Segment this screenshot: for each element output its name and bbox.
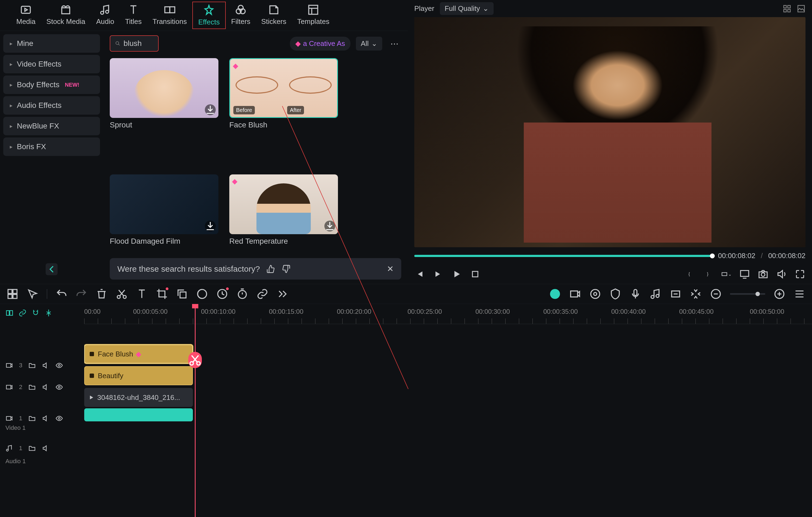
tab-templates[interactable]: Templates <box>292 2 335 29</box>
clip-waveform[interactable] <box>84 408 193 421</box>
ratio-button[interactable]: ⌄ <box>721 269 732 280</box>
copy-button[interactable] <box>176 288 188 300</box>
layout-button[interactable] <box>6 288 19 300</box>
creative-assets-pill[interactable]: ◆a Creative As <box>290 37 350 51</box>
mark-in-button[interactable]: { <box>684 269 695 280</box>
thumb-red-temp[interactable]: ◆ <box>229 174 338 234</box>
track-head-2: 2 <box>0 376 84 398</box>
thumbs-up-icon[interactable] <box>266 265 275 273</box>
grid-icon[interactable] <box>783 4 791 13</box>
preview-viewport[interactable] <box>414 17 806 247</box>
mark-out-button[interactable]: } <box>702 269 713 280</box>
auto-cut-icon[interactable] <box>45 309 53 317</box>
record-button[interactable] <box>569 288 581 300</box>
detect-button[interactable] <box>589 288 601 300</box>
sidebar-newblue[interactable]: ▸NewBlue FX <box>3 117 100 135</box>
marker-button[interactable] <box>609 288 621 300</box>
tab-media[interactable]: Media <box>11 2 41 29</box>
clip-face-blush[interactable]: Face Blush ◆ <box>84 344 193 364</box>
voiceover-button[interactable] <box>630 288 641 300</box>
search-field[interactable] <box>124 39 153 48</box>
crop-button[interactable] <box>156 288 168 300</box>
folder-icon[interactable] <box>28 362 36 369</box>
tab-stock[interactable]: Stock Media <box>41 2 91 29</box>
adjust-button[interactable] <box>670 288 682 300</box>
redo-button[interactable] <box>76 288 87 300</box>
thumb-flood[interactable] <box>110 174 219 234</box>
text-button[interactable] <box>136 288 148 300</box>
playhead[interactable] <box>195 304 196 517</box>
tab-audio[interactable]: Audio <box>91 2 120 29</box>
display-button[interactable] <box>739 269 750 280</box>
tab-effects[interactable]: Effects <box>192 2 226 29</box>
mute-icon[interactable] <box>42 362 50 369</box>
sidebar-video-effects[interactable]: ▸Video Effects <box>3 55 100 74</box>
group-icon[interactable] <box>5 309 13 317</box>
timer-button[interactable] <box>236 288 248 300</box>
link-button[interactable] <box>257 288 268 300</box>
mute-icon[interactable] <box>42 444 50 452</box>
view-options-button[interactable] <box>793 288 806 300</box>
progress-handle[interactable] <box>710 254 715 258</box>
timeline-main[interactable]: 00:00 00:00:05:00 00:00:10:00 00:00:15:0… <box>84 304 812 517</box>
quality-dropdown[interactable]: Full Quality⌄ <box>440 2 494 15</box>
sidebar-audio-effects[interactable]: ▸Audio Effects <box>3 96 100 115</box>
link-tracks-icon[interactable] <box>19 309 27 317</box>
more-menu[interactable]: ⋯ <box>388 39 401 48</box>
tab-filters[interactable]: Filters <box>226 2 256 29</box>
result-face-blush[interactable]: ◆ Before After Face Blush <box>229 58 338 164</box>
zoom-in-button[interactable] <box>774 288 785 300</box>
undo-button[interactable] <box>55 288 67 300</box>
snapshot-button[interactable] <box>758 269 768 280</box>
image-icon[interactable] <box>797 4 806 13</box>
scissors-icon[interactable] <box>188 352 202 368</box>
sidebar-mine[interactable]: ▸Mine <box>3 34 100 53</box>
result-sprout[interactable]: Sprout <box>110 58 219 164</box>
sidebar-body-effects[interactable]: ▸Body EffectsNEW! <box>3 76 100 94</box>
fit-button[interactable] <box>690 288 702 300</box>
delete-button[interactable] <box>96 288 108 300</box>
eye-icon[interactable] <box>55 383 63 391</box>
zoom-slider[interactable] <box>730 293 765 295</box>
filter-all-dropdown[interactable]: All⌄ <box>356 37 382 51</box>
magnet-icon[interactable] <box>31 309 40 317</box>
color-button[interactable] <box>196 288 208 300</box>
next-frame-button[interactable] <box>433 269 444 280</box>
search-input[interactable] <box>110 35 158 52</box>
fullscreen-button[interactable] <box>794 269 806 280</box>
prev-frame-button[interactable] <box>414 269 425 280</box>
select-button[interactable] <box>27 288 38 300</box>
zoom-handle[interactable] <box>755 292 760 296</box>
music-button[interactable] <box>649 288 662 300</box>
thumb-sprout[interactable] <box>110 58 219 118</box>
sidebar-collapse[interactable] <box>46 263 58 275</box>
mute-icon[interactable] <box>42 414 50 422</box>
folder-icon[interactable] <box>28 414 36 422</box>
play-button[interactable] <box>451 269 462 280</box>
tab-stickers[interactable]: Stickers <box>256 2 292 29</box>
speed-button[interactable] <box>216 288 228 300</box>
svg-rect-40 <box>6 364 11 367</box>
stop-button[interactable] <box>470 269 481 280</box>
cut-button[interactable] <box>116 288 128 300</box>
mute-icon[interactable] <box>42 383 50 391</box>
sidebar-boris[interactable]: ▸Boris FX <box>3 138 100 156</box>
more-tools-button[interactable] <box>277 288 289 300</box>
volume-button[interactable] <box>776 269 787 280</box>
close-icon[interactable]: ✕ <box>387 264 394 274</box>
folder-icon[interactable] <box>28 383 36 391</box>
tab-titles[interactable]: Titles <box>119 2 147 29</box>
download-icon[interactable] <box>205 104 216 115</box>
thumbs-down-icon[interactable] <box>282 265 290 273</box>
eye-icon[interactable] <box>55 414 63 422</box>
download-icon[interactable] <box>205 221 216 231</box>
eye-icon[interactable] <box>55 362 63 369</box>
clip-beautify[interactable]: Beautify <box>84 366 193 385</box>
ai-button[interactable] <box>549 288 561 300</box>
folder-icon[interactable] <box>28 444 36 452</box>
progress-bar[interactable] <box>414 255 713 257</box>
svg-rect-18 <box>8 290 12 294</box>
clip-video[interactable]: 3048162-uhd_3840_216... <box>84 388 193 407</box>
zoom-out-button[interactable] <box>710 288 722 300</box>
tab-transitions[interactable]: Transitions <box>147 2 192 29</box>
